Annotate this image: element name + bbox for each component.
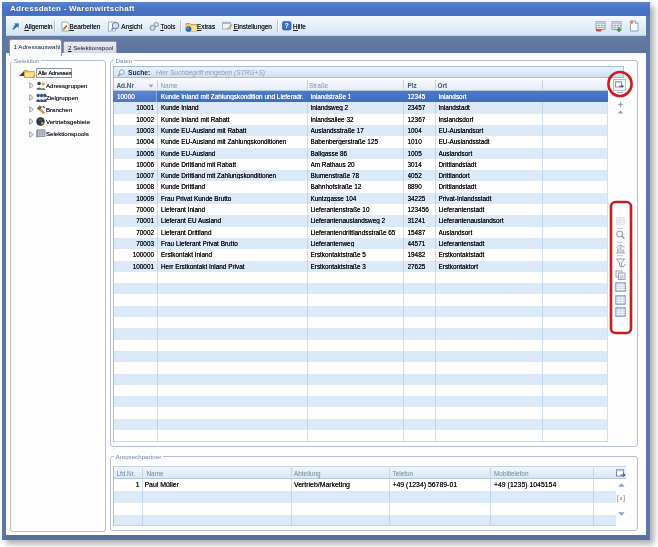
svg-text:?: ? xyxy=(285,22,289,30)
